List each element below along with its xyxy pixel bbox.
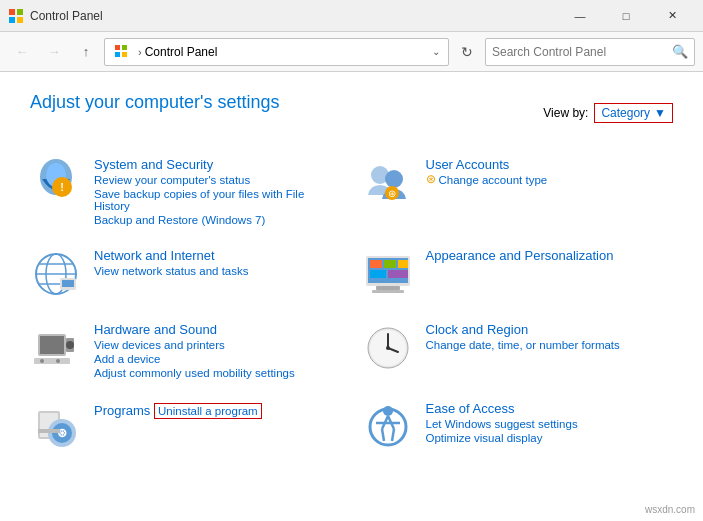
programs-title[interactable]: Programs	[94, 403, 150, 418]
category-system-security: ! System and Security Review your comput…	[30, 151, 342, 232]
network-internet-text: Network and Internet View network status…	[94, 248, 342, 277]
category-ease-of-access: Ease of Access Let Windows suggest setti…	[362, 395, 674, 459]
svg-rect-0	[9, 9, 15, 15]
view-by-row: View by: Category ▼	[543, 103, 673, 123]
programs-link-0[interactable]: Uninstall a program	[154, 403, 262, 419]
category-hardware-sound: Hardware and Sound View devices and prin…	[30, 316, 342, 385]
svg-point-35	[66, 341, 74, 349]
clock-region-icon	[362, 322, 414, 374]
system-security-link-1[interactable]: Save backup copies of your files with Fi…	[94, 188, 342, 212]
svg-rect-33	[40, 336, 64, 354]
svg-rect-26	[384, 260, 396, 268]
title-bar: Control Panel — □ ✕	[0, 0, 703, 32]
user-accounts-text: User Accounts ⊛ Change account type	[426, 157, 674, 186]
svg-text:⊛: ⊛	[388, 188, 396, 199]
category-label: Category	[601, 106, 650, 120]
view-by-label: View by:	[543, 106, 588, 120]
search-icon[interactable]: 🔍	[672, 44, 688, 59]
window-title: Control Panel	[30, 9, 557, 23]
user-accounts-icon: ⊛	[362, 157, 414, 209]
app-icon	[8, 8, 24, 24]
svg-point-13	[385, 170, 403, 188]
category-network-internet: Network and Internet View network status…	[30, 242, 342, 306]
address-bar: ← → ↑ › Control Panel ⌄ ↻ 🔍	[0, 32, 703, 72]
maximize-button[interactable]: □	[603, 0, 649, 32]
minimize-button[interactable]: —	[557, 0, 603, 32]
svg-rect-1	[17, 9, 23, 15]
refresh-button[interactable]: ↻	[453, 38, 481, 66]
main-content: Adjust your computer's settings View by:…	[0, 72, 703, 479]
svg-rect-6	[115, 52, 120, 57]
hardware-sound-text: Hardware and Sound View devices and prin…	[94, 322, 342, 379]
user-accounts-link-0[interactable]: Change account type	[439, 174, 548, 186]
ease-of-access-link-0[interactable]: Let Windows suggest settings	[426, 418, 674, 430]
clock-region-title[interactable]: Clock and Region	[426, 322, 529, 337]
window-controls: — □ ✕	[557, 0, 695, 32]
network-internet-icon	[30, 248, 82, 300]
system-security-link-2[interactable]: Backup and Restore (Windows 7)	[94, 214, 342, 226]
user-accounts-badge-icon: ⊛	[426, 172, 436, 186]
path-icon	[113, 43, 131, 61]
svg-line-55	[392, 429, 394, 441]
svg-text:!: !	[60, 181, 64, 193]
path-dropdown-arrow[interactable]: ⌄	[432, 46, 440, 57]
appearance-icon	[362, 248, 414, 300]
appearance-title[interactable]: Appearance and Personalization	[426, 248, 614, 263]
svg-rect-4	[115, 45, 120, 50]
network-internet-link-0[interactable]: View network status and tasks	[94, 265, 342, 277]
svg-rect-36	[34, 358, 70, 364]
path-separator: ›	[138, 46, 142, 58]
path-text: Control Panel	[145, 45, 218, 59]
user-accounts-title[interactable]: User Accounts	[426, 157, 510, 172]
search-box[interactable]: 🔍	[485, 38, 695, 66]
category-arrow-icon: ▼	[654, 106, 666, 120]
address-path-container[interactable]: › Control Panel ⌄	[104, 38, 449, 66]
system-security-title[interactable]: System and Security	[94, 157, 213, 172]
svg-rect-22	[62, 280, 74, 287]
ease-of-access-link-1[interactable]: Optimize visual display	[426, 432, 674, 444]
system-security-icon: !	[30, 157, 82, 209]
programs-text: Programs Uninstall a program	[94, 401, 342, 419]
watermark: wsxdn.com	[645, 504, 695, 515]
hardware-sound-icon	[30, 322, 82, 374]
svg-point-43	[386, 346, 390, 350]
svg-rect-27	[398, 260, 408, 268]
close-button[interactable]: ✕	[649, 0, 695, 32]
svg-point-38	[56, 359, 60, 363]
svg-rect-7	[122, 52, 127, 57]
ease-of-access-title[interactable]: Ease of Access	[426, 401, 515, 416]
programs-icon: ⊛	[30, 401, 82, 453]
category-dropdown[interactable]: Category ▼	[594, 103, 673, 123]
svg-rect-49	[38, 429, 60, 433]
svg-rect-30	[376, 286, 400, 290]
category-clock-region: Clock and Region Change date, time, or n…	[362, 316, 674, 385]
svg-rect-3	[17, 17, 23, 23]
svg-rect-31	[372, 290, 404, 293]
category-appearance: Appearance and Personalization	[362, 242, 674, 306]
up-button[interactable]: ↑	[72, 38, 100, 66]
back-button[interactable]: ←	[8, 38, 36, 66]
svg-point-37	[40, 359, 44, 363]
system-security-link-0[interactable]: Review your computer's status	[94, 174, 342, 186]
search-input[interactable]	[492, 45, 672, 59]
hardware-sound-link-1[interactable]: Add a device	[94, 353, 342, 365]
ease-of-access-text: Ease of Access Let Windows suggest setti…	[426, 401, 674, 444]
svg-rect-29	[388, 270, 408, 278]
hardware-sound-link-0[interactable]: View devices and printers	[94, 339, 342, 351]
clock-region-text: Clock and Region Change date, time, or n…	[426, 322, 674, 351]
svg-rect-2	[9, 17, 15, 23]
ease-of-access-icon	[362, 401, 414, 453]
categories-grid: ! System and Security Review your comput…	[30, 151, 673, 459]
category-user-accounts: ⊛ User Accounts ⊛ Change account type	[362, 151, 674, 232]
hardware-sound-link-2[interactable]: Adjust commonly used mobility settings	[94, 367, 342, 379]
forward-button[interactable]: →	[40, 38, 68, 66]
hardware-sound-title[interactable]: Hardware and Sound	[94, 322, 217, 337]
appearance-text: Appearance and Personalization	[426, 248, 674, 263]
svg-line-54	[382, 429, 384, 441]
svg-rect-25	[370, 260, 382, 268]
clock-region-link-0[interactable]: Change date, time, or number formats	[426, 339, 674, 351]
system-security-text: System and Security Review your computer…	[94, 157, 342, 226]
network-internet-title[interactable]: Network and Internet	[94, 248, 215, 263]
page-title: Adjust your computer's settings	[30, 92, 280, 113]
svg-rect-5	[122, 45, 127, 50]
